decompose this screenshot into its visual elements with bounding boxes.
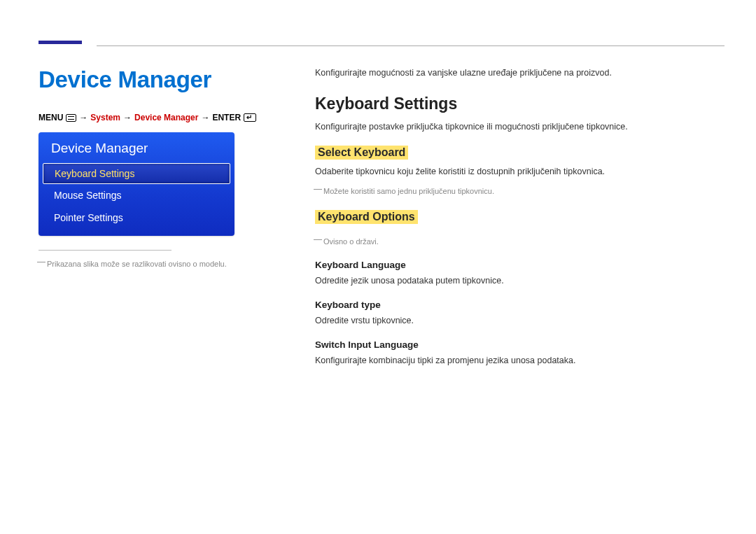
breadcrumb-devicemanager: Device Manager	[134, 113, 198, 122]
breadcrumb-enter-label: ENTER	[212, 113, 241, 122]
breadcrumb-arrow: →	[201, 113, 209, 122]
top-divider	[97, 45, 724, 46]
accent-bar	[38, 41, 82, 44]
intro-text: Konfigurirajte mogućnosti za vanjske ula…	[315, 66, 724, 79]
switch-input-language-desc: Konfigurirajte kombinaciju tipki za prom…	[315, 354, 724, 367]
left-divider	[38, 250, 172, 251]
right-column: Konfigurirajte mogućnosti za vanjske ula…	[315, 66, 724, 367]
keyboard-language-desc: Odredite jezik unosa podataka putem tipk…	[315, 274, 724, 287]
keyboard-type-desc: Odredite vrstu tipkovnice.	[315, 314, 724, 327]
footnote-one-keyboard: Možete koristiti samo jednu priključenu …	[315, 186, 724, 197]
osd-title: Device Manager	[38, 132, 234, 163]
heading-switch-input-language: Switch Input Language	[315, 339, 724, 350]
select-keyboard-desc: Odaberite tipkovnicu koju želite koristi…	[315, 165, 724, 178]
heading-select-keyboard: Select Keyboard	[315, 146, 408, 160]
footnote-country: Ovisno o državi.	[315, 237, 724, 247]
breadcrumb: MENU → System → Device Manager → ENTER	[38, 113, 315, 122]
breadcrumb-arrow: →	[123, 113, 132, 122]
osd-item-mouse-settings[interactable]: Mouse Settings	[38, 184, 234, 206]
osd-panel: Device Manager Keyboard Settings Mouse S…	[38, 132, 234, 236]
heading-keyboard-options: Keyboard Options	[315, 210, 418, 224]
enter-icon	[244, 113, 256, 122]
heading-keyboard-settings: Keyboard Settings	[315, 94, 724, 113]
osd-item-keyboard-settings[interactable]: Keyboard Settings	[43, 163, 230, 184]
page-title: Device Manager	[38, 66, 315, 93]
keyboard-settings-desc: Konfigurirajte postavke priključka tipko…	[315, 120, 724, 133]
heading-keyboard-language: Keyboard Language	[315, 260, 724, 270]
breadcrumb-system: System	[90, 113, 120, 122]
left-column: Device Manager MENU → System → Device Ma…	[38, 66, 315, 367]
osd-item-pointer-settings[interactable]: Pointer Settings	[38, 206, 234, 229]
osd-item-label: Pointer Settings	[54, 212, 123, 223]
heading-keyboard-type: Keyboard type	[315, 300, 724, 310]
menu-icon	[66, 114, 76, 122]
osd-item-label: Keyboard Settings	[55, 168, 134, 179]
footnote-model: Prikazana slika može se razlikovati ovis…	[38, 259, 315, 269]
breadcrumb-menu-label: MENU	[38, 113, 63, 122]
osd-item-label: Mouse Settings	[54, 190, 122, 201]
breadcrumb-arrow: →	[79, 113, 88, 122]
